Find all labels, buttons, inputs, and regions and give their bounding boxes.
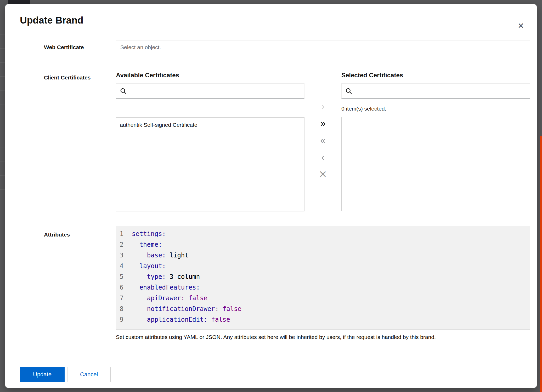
code-text: type: 3-column <box>132 272 200 282</box>
line-number: 1 <box>116 229 132 239</box>
code-text: applicationEdit: false <box>132 314 230 325</box>
web-certificate-field <box>116 41 530 54</box>
code-text: apiDrawer: false <box>132 293 207 304</box>
clear-selection-button[interactable]: ✕ <box>314 169 332 180</box>
code-line: 9 applicationEdit: false <box>116 314 530 325</box>
code-line: 2 theme: <box>116 239 530 250</box>
selected-search-input[interactable] <box>355 88 526 94</box>
available-certificates-heading: Available Certificates <box>116 71 304 79</box>
line-number: 5 <box>116 272 132 282</box>
client-certificates-label: Client Certificates <box>20 71 116 211</box>
cancel-button[interactable]: Cancel <box>67 367 111 382</box>
available-certificates-list[interactable]: authentik Self-signed Certificate <box>116 117 304 211</box>
list-item[interactable]: authentik Self-signed Certificate <box>116 118 304 131</box>
available-pane: Available Certificates authentik Self-si… <box>116 71 304 211</box>
move-selected-right-button[interactable]: › <box>314 101 332 112</box>
code-line: 6 enabledFeatures: <box>116 282 530 293</box>
code-line: 4 layout: <box>116 261 530 272</box>
selected-count-status: 0 item(s) selected. <box>341 105 530 112</box>
attributes-label: Attributes <box>20 226 116 341</box>
code-text: base: light <box>132 250 189 261</box>
attributes-help-text: Set custom attributes using YAML or JSON… <box>116 334 530 341</box>
code-text: notificationDrawer: false <box>132 304 241 314</box>
code-line: 3 base: light <box>116 250 530 261</box>
web-certificate-row: Web Certificate <box>20 41 530 54</box>
close-icon[interactable]: ✕ <box>517 21 525 31</box>
modal-body: Web Certificate Client Certificates Avai… <box>5 41 537 341</box>
code-editor[interactable]: 1settings:2 theme:3 base: light4 layout:… <box>116 226 530 330</box>
line-number: 8 <box>116 304 132 314</box>
code-line: 8 notificationDrawer: false <box>116 304 530 314</box>
update-button[interactable]: Update <box>20 367 65 382</box>
selected-certificates-heading: Selected Certificates <box>341 71 530 79</box>
attributes-field: 1settings:2 theme:3 base: light4 layout:… <box>116 226 530 341</box>
code-text: settings: <box>132 229 166 239</box>
selected-search-box <box>341 83 530 99</box>
update-brand-modal: Update Brand ✕ Web Certificate Client Ce… <box>5 4 537 388</box>
code-text: enabledFeatures: <box>132 282 200 293</box>
modal-footer: Update Cancel <box>5 367 537 382</box>
attributes-row: Attributes 1settings:2 theme:3 base: lig… <box>20 226 530 341</box>
code-line: 1settings: <box>116 229 530 239</box>
dual-list-selector: Available Certificates authentik Self-si… <box>116 71 530 211</box>
move-all-right-button[interactable]: » <box>314 118 332 129</box>
line-number: 3 <box>116 250 132 261</box>
available-search-box <box>116 83 304 99</box>
line-number: 2 <box>116 239 132 250</box>
line-number: 6 <box>116 282 132 293</box>
line-number: 7 <box>116 293 132 304</box>
web-certificate-select[interactable] <box>116 41 530 54</box>
code-line: 7 apiDrawer: false <box>116 293 530 304</box>
background-table-rows <box>0 34 5 201</box>
modal-header: Update Brand ✕ <box>5 4 537 26</box>
dual-list-controls: ›»«‹✕ <box>304 101 341 211</box>
code-text: layout: <box>132 261 166 272</box>
web-certificate-label: Web Certificate <box>20 41 116 54</box>
search-icon <box>120 88 127 95</box>
line-number: 9 <box>116 314 132 325</box>
available-search-input[interactable] <box>130 88 301 94</box>
notification-accent-bar <box>540 136 542 392</box>
line-number: 4 <box>116 261 132 272</box>
selected-certificates-list[interactable] <box>341 117 530 211</box>
code-line: 5 type: 3-column <box>116 272 530 282</box>
selected-pane: Selected Certificates 0 item(s) selected… <box>341 71 530 211</box>
page-title: Update Brand <box>20 15 522 26</box>
move-all-left-button[interactable]: « <box>314 135 332 146</box>
client-certificates-row: Client Certificates Available Certificat… <box>20 71 530 211</box>
code-text: theme: <box>132 239 162 250</box>
move-selected-left-button[interactable]: ‹ <box>314 152 332 163</box>
code-editor-lines: 1settings:2 theme:3 base: light4 layout:… <box>116 229 530 325</box>
search-icon <box>345 88 352 95</box>
